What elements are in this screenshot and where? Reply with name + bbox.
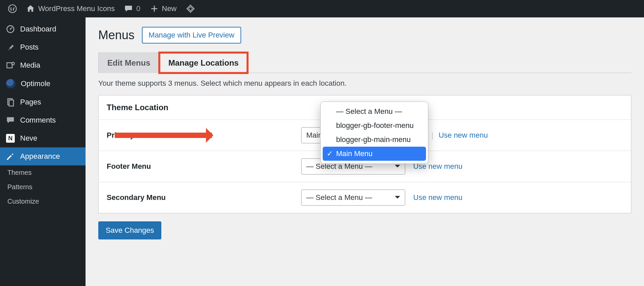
svg-rect-7 — [9, 100, 13, 106]
table-row: Secondary Menu — Select a Menu — Use new… — [99, 182, 631, 213]
dropdown-option-selected[interactable]: Main Menu — [323, 147, 426, 161]
annotation-arrow — [115, 133, 212, 138]
sidebar-item-label: Dashboard — [20, 25, 56, 33]
submenu-patterns[interactable]: Patterns — [7, 180, 86, 194]
pin-icon — [6, 43, 15, 52]
sidebar-item-label: Optimole — [21, 79, 50, 88]
appearance-submenu: Themes Patterns Customize — [0, 165, 86, 209]
sidebar-item-label: Posts — [20, 43, 39, 52]
comments-icon — [6, 116, 15, 125]
sidebar-item-label: Pages — [20, 98, 41, 106]
dashboard-icon — [6, 25, 15, 33]
admin-bar: WordPress Menu Icons 0 New — [0, 0, 644, 17]
save-button[interactable]: Save Changes — [98, 221, 161, 239]
media-icon — [6, 61, 15, 70]
appearance-icon — [6, 152, 15, 161]
site-home[interactable]: WordPress Menu Icons — [21, 0, 119, 17]
sidebar-item-label: Appearance — [20, 152, 60, 161]
sidebar-item-media[interactable]: Media — [0, 56, 86, 74]
diamond-icon — [186, 4, 195, 13]
tabs: Edit Menus Manage Locations — [98, 52, 631, 73]
dropdown-option[interactable]: — Select a Menu — — [323, 104, 426, 119]
sidebar-item-label: Neve — [20, 134, 37, 143]
link-divider: | — [431, 131, 433, 140]
live-preview-button[interactable]: Manage with Live Preview — [142, 27, 241, 44]
chevron-down-icon — [395, 165, 400, 170]
comments-count: 0 — [136, 4, 140, 13]
tab-edit-menus[interactable]: Edit Menus — [98, 53, 159, 73]
sidebar-item-appearance[interactable]: Appearance — [0, 147, 86, 165]
sidebar-item-pages[interactable]: Pages — [0, 93, 86, 111]
location-label: Secondary Menu — [107, 193, 301, 202]
sidebar-item-label: Media — [20, 61, 40, 70]
svg-rect-2 — [188, 7, 192, 11]
sidebar-item-label: Comments — [20, 116, 56, 125]
sidebar-item-posts[interactable]: Posts — [0, 38, 86, 56]
neve-icon: N — [6, 134, 15, 143]
comments-link[interactable]: 0 — [119, 0, 145, 17]
svg-point-0 — [8, 5, 16, 12]
use-new-menu-link[interactable]: Use new menu — [439, 131, 488, 140]
submenu-themes[interactable]: Themes — [7, 165, 86, 180]
dropdown-option[interactable]: blogger-gb-footer-menu — [323, 119, 426, 133]
sidebar-item-optimole[interactable]: Optimole — [0, 74, 86, 93]
location-label: Primary Menu — [107, 131, 301, 140]
location-label: Footer Menu — [107, 162, 301, 171]
tab-manage-locations[interactable]: Manage Locations — [159, 53, 248, 73]
pages-icon — [6, 98, 15, 106]
new-content[interactable]: New — [145, 0, 181, 17]
plugin-icon-item[interactable] — [181, 0, 200, 17]
comment-icon — [124, 4, 133, 13]
dropdown-option[interactable]: blogger-gb-main-menu — [323, 133, 426, 147]
optimole-icon — [6, 79, 15, 88]
menu-select-secondary[interactable]: — Select a Menu — — [301, 190, 405, 206]
plus-icon — [150, 4, 159, 13]
sidebar-item-comments[interactable]: Comments — [0, 111, 86, 129]
sidebar-item-dashboard[interactable]: Dashboard — [0, 20, 86, 38]
svg-point-5 — [12, 62, 14, 65]
wordpress-icon — [8, 4, 17, 13]
svg-rect-1 — [187, 5, 194, 12]
page-title: Menus — [98, 28, 135, 42]
home-icon — [26, 4, 35, 13]
submenu-customize[interactable]: Customize — [7, 194, 86, 209]
admin-sidebar: Dashboard Posts Media Optimole Pages Com… — [0, 17, 86, 286]
svg-point-4 — [10, 28, 11, 30]
description: Your theme supports 3 menus. Select whic… — [98, 79, 631, 88]
wp-logo[interactable] — [3, 0, 21, 17]
use-new-menu-link[interactable]: Use new menu — [413, 193, 463, 202]
site-title: WordPress Menu Icons — [38, 4, 115, 13]
chevron-down-icon — [395, 196, 400, 201]
menu-select-dropdown: — Select a Menu — blogger-gb-footer-menu… — [320, 101, 428, 164]
new-label: New — [162, 4, 177, 13]
sidebar-item-neve[interactable]: N Neve — [0, 129, 86, 147]
